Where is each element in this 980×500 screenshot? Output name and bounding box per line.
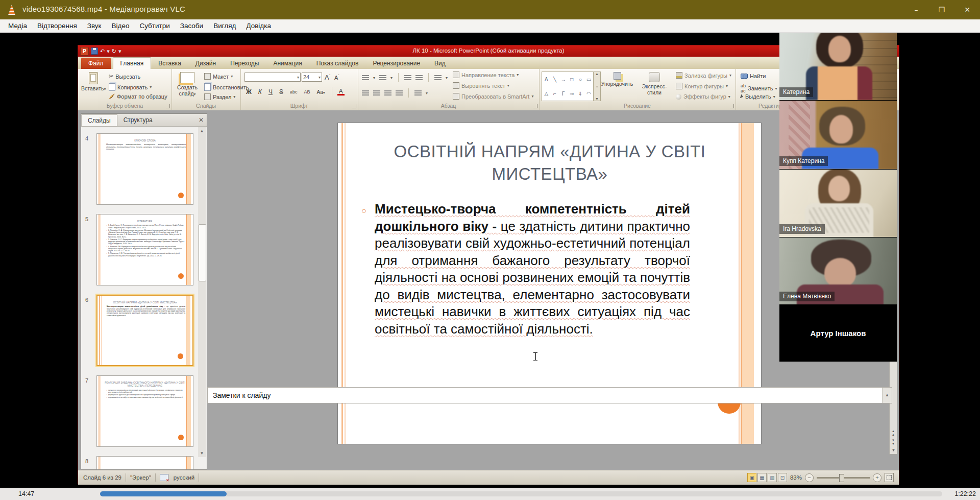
minimize-button[interactable]: –	[903, 0, 929, 19]
text-direction-button[interactable]: Направление текста▾	[453, 72, 519, 78]
vlc-menu-item[interactable]: Звук	[82, 20, 107, 31]
slide-4-thumbnail[interactable]: Ключові словаМистецько-творча компетентн…	[96, 133, 193, 205]
ribbon-tab-Вид[interactable]: Вид	[427, 58, 453, 69]
decrease-indent-icon[interactable]	[404, 75, 411, 81]
shapes-gallery-scrollbar[interactable]: ▲ ≡ ▼	[593, 72, 601, 101]
scroll-up-icon[interactable]: ▲	[198, 127, 206, 135]
paragraph-dialog-launcher-icon[interactable]	[533, 104, 537, 108]
numbering-icon[interactable]	[379, 75, 386, 81]
vlc-menu-item[interactable]: Субтитри	[134, 20, 175, 31]
columns-icon[interactable]	[414, 90, 422, 96]
vlc-menu-item[interactable]: Відео	[107, 20, 135, 31]
layout-button[interactable]: Макет▾	[204, 73, 233, 80]
pane-close-icon[interactable]: ✕	[199, 116, 204, 124]
ribbon-tab-Дизайн[interactable]: Дизайн	[188, 58, 223, 69]
next-slide-button[interactable]: ▼▼	[890, 439, 897, 446]
shape-outline-button[interactable]: Контур фигуры▾	[676, 83, 728, 89]
shape-icon[interactable]: ◠	[586, 91, 591, 97]
character-spacing-button[interactable]: АВ	[302, 89, 311, 94]
notes-area[interactable]: Заметки к слайду ▲	[207, 387, 892, 403]
shape-icon[interactable]: ╲	[553, 77, 556, 82]
change-case-button[interactable]: Аа▾	[315, 89, 326, 95]
shape-icon[interactable]: ○	[579, 77, 582, 82]
smartart-button[interactable]: Преобразовать в SmartArt▾	[453, 93, 533, 100]
ribbon-tab-Файл[interactable]: Файл	[81, 58, 111, 69]
slide-title[interactable]: Освітній напрям «Дитина у світі мистецтв…	[374, 140, 726, 185]
select-button[interactable]: Выделить▾	[741, 93, 775, 100]
quick-styles-button[interactable]: Экспресс-стили	[635, 71, 674, 96]
video-display-area[interactable]: P ↶ ▾ ↻ ▾ ЛК 10 - Microsoft PowerPoint (…	[0, 33, 980, 488]
fit-to-window-button[interactable]	[885, 473, 894, 482]
vlc-menu-item[interactable]: Відтворення	[32, 20, 82, 31]
slide-7-thumbnail[interactable]: Реалізація завдань освітнього напряму «Д…	[96, 375, 193, 447]
tab-outline[interactable]: Структура	[117, 114, 159, 126]
participant-tile-5[interactable]: Артур Іншаков	[779, 305, 897, 362]
bullets-icon[interactable]	[362, 75, 369, 81]
underline-button[interactable]: Ч	[267, 88, 274, 96]
vlc-menu-item[interactable]: Засоби	[175, 20, 208, 31]
vlc-menu-item[interactable]: Медіа	[3, 20, 32, 31]
slides-pane-scrollbar[interactable]: ▲ ▼	[198, 127, 206, 457]
vlc-menu-item[interactable]: Вигляд	[208, 20, 241, 31]
align-center-icon[interactable]	[373, 90, 380, 96]
arrange-button[interactable]: Упорядочить	[600, 71, 634, 87]
scroll-down-icon[interactable]: ▼	[890, 446, 897, 454]
slide-5-thumbnail[interactable]: Література:1. Барб-Галль, Ф. Як розмовля…	[96, 214, 193, 285]
slide-sorter-button[interactable]: ▦	[757, 473, 767, 482]
ribbon-tab-Рецензирование[interactable]: Рецензирование	[365, 58, 427, 69]
participant-tile-1[interactable]: Катерина	[779, 33, 897, 101]
ribbon-tab-Переходы[interactable]: Переходы	[223, 58, 266, 69]
spellcheck-icon[interactable]	[160, 474, 168, 481]
participant-tile-3[interactable]: Ira Hradovska	[779, 170, 897, 237]
ribbon-tab-Показ слайдов[interactable]: Показ слайдов	[309, 58, 366, 69]
notes-scrollbar[interactable]: ▲	[882, 388, 892, 403]
shape-icon[interactable]: ⌐	[553, 91, 556, 97]
tab-slides[interactable]: Слайды	[81, 114, 117, 126]
ribbon-tab-Вставка[interactable]: Вставка	[151, 58, 188, 69]
maximize-button[interactable]: ❐	[929, 0, 954, 19]
participant-tile-2[interactable]: Купп Катерина	[779, 101, 897, 170]
justify-icon[interactable]	[396, 90, 403, 96]
replace-button[interactable]: abac Заменить▾	[741, 83, 777, 93]
slide-6-thumbnail[interactable]: Освітній напрям «Дитина у світі мистецтв…	[96, 295, 193, 366]
shape-icon[interactable]: △	[544, 91, 548, 97]
font-dialog-launcher-icon[interactable]	[352, 104, 356, 108]
zoom-slider-thumb[interactable]	[839, 474, 844, 482]
text-shadow-button[interactable]: abc	[288, 89, 299, 94]
font-color-button[interactable]: А	[337, 89, 345, 96]
vlc-menu-item[interactable]: Довідка	[241, 20, 276, 31]
cut-button[interactable]: ✂ Вырезать	[109, 73, 140, 80]
format-painter-button[interactable]: Формат по образцу	[109, 93, 167, 100]
normal-view-button[interactable]: ▣	[747, 473, 756, 482]
slideshow-button[interactable]: ⊡	[778, 473, 787, 482]
shape-fill-button[interactable]: Заливка фигуры▾	[676, 72, 731, 79]
zoom-slider[interactable]	[817, 477, 870, 479]
copy-button[interactable]: Копировать▾	[109, 83, 152, 91]
ribbon-tab-Анимация[interactable]: Анимация	[266, 58, 309, 69]
align-text-button[interactable]: Выровнять текст▾	[453, 82, 509, 89]
shapes-scroll-down-icon[interactable]: ▼	[595, 97, 599, 101]
shapes-gallery[interactable]: A╲→□○▭△⌐Γ⇒⇓◠	[542, 72, 594, 101]
seek-bar[interactable]	[100, 491, 942, 496]
slide-8-thumbnail[interactable]	[96, 456, 193, 470]
font-name-combobox[interactable]: ▾	[244, 73, 301, 82]
align-left-icon[interactable]	[362, 90, 369, 96]
clipboard-dialog-launcher-icon[interactable]	[166, 104, 170, 108]
strikethrough-button[interactable]: S	[278, 88, 285, 96]
reading-view-button[interactable]: ▥	[768, 473, 777, 482]
new-slide-button[interactable]: Создать слайд▾	[174, 71, 201, 97]
bold-button[interactable]: Ж	[244, 88, 253, 96]
grow-font-button[interactable]: Аˆ	[323, 74, 332, 81]
previous-slide-button[interactable]: ▲▲	[890, 430, 897, 437]
zoom-in-button[interactable]: +	[873, 473, 881, 482]
align-right-icon[interactable]	[384, 90, 391, 96]
shrink-font-button[interactable]: Аˇ	[333, 74, 341, 81]
shape-icon[interactable]: Γ	[562, 91, 565, 97]
slide-body-text[interactable]: Мистецько-творча компетентність дітей до…	[375, 201, 690, 338]
shapes-scroll-up-icon[interactable]: ▲	[595, 72, 599, 76]
italic-button[interactable]: К	[257, 88, 263, 96]
increase-indent-icon[interactable]	[415, 75, 423, 81]
font-size-combobox[interactable]: 24▾	[302, 73, 322, 82]
shape-icon[interactable]: ▭	[586, 77, 591, 82]
scrollbar-thumb[interactable]	[199, 224, 206, 281]
